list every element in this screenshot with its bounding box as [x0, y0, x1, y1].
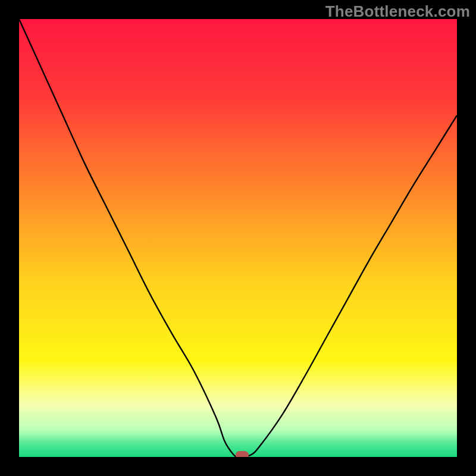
- bottleneck-curve: [19, 19, 457, 457]
- optimal-point-marker: [236, 451, 249, 457]
- plot-area: [19, 19, 457, 457]
- chart-frame: TheBottleneck.com: [0, 0, 476, 476]
- watermark-text: TheBottleneck.com: [325, 2, 470, 21]
